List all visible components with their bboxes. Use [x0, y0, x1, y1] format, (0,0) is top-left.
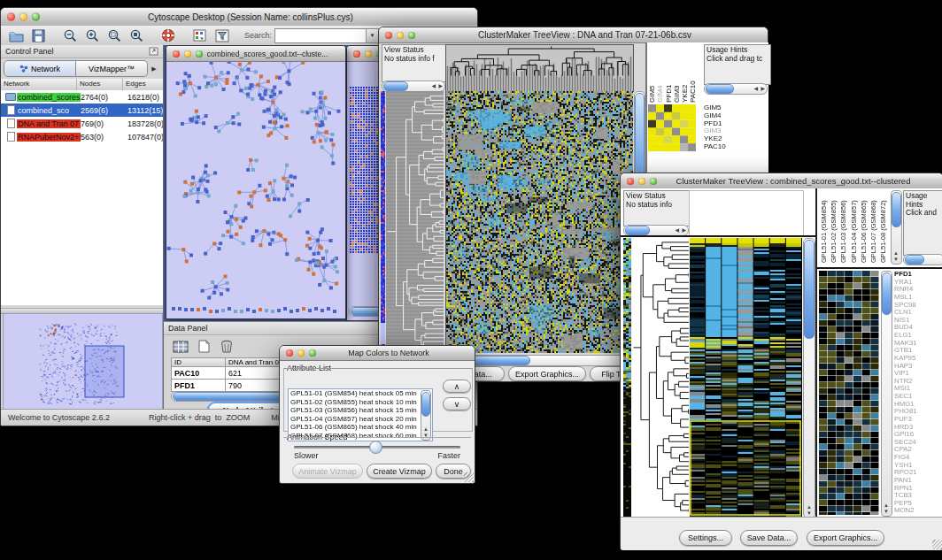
tv2-zoom-heatmap-canvas[interactable]	[819, 271, 879, 515]
help-button[interactable]	[158, 27, 178, 44]
tab-vizmapper[interactable]: VizMapper™	[76, 60, 148, 77]
network-node-count: 2569(6)	[81, 106, 127, 115]
close-button[interactable]	[286, 349, 293, 357]
attr-col-id[interactable]: ID	[171, 357, 226, 367]
attribute-list-item[interactable]: GPL51-06 (GSM865) heat shock 40 min	[289, 423, 432, 432]
network-tree-row[interactable]: RNAPuberNov2+!563(0)107847(0)	[1, 130, 163, 143]
minimize-button[interactable]	[297, 349, 305, 357]
dialog-titlebar[interactable]: Map Colors to Network	[280, 346, 475, 361]
animate-vizmap-button[interactable]: Animate Vizmap	[292, 464, 363, 479]
zoom-selected-button[interactable]	[104, 27, 124, 44]
search-combobox[interactable]: ▼	[274, 28, 379, 43]
network-table-header: Network Nodes Edges	[1, 79, 163, 91]
attribute-select-button[interactable]	[171, 338, 190, 355]
move-up-button[interactable]: ∧	[443, 380, 471, 393]
float-panel-icon[interactable]	[149, 47, 158, 56]
tv1-row-label[interactable]: PAC10	[704, 143, 726, 151]
tv2-vertical-scrollbar[interactable]: ▲▼	[803, 238, 815, 518]
column-header-edges[interactable]: Edges	[123, 79, 163, 90]
filter-tool-button[interactable]	[212, 27, 232, 44]
minimize-button[interactable]	[365, 50, 372, 58]
new-attribute-button[interactable]	[194, 338, 213, 355]
network-node-count: 769(0)	[81, 119, 127, 128]
attribute-list-item[interactable]: GPL51-03 (GSM856) heat shock 15 min	[289, 406, 432, 415]
tv2-hints-scrollbar[interactable]	[903, 254, 942, 265]
zoom-out-button[interactable]	[60, 27, 80, 44]
move-down-button[interactable]: ∨	[443, 397, 471, 410]
network-view-window: combined_scores_good.txt--cluste...	[166, 45, 346, 319]
birdseye-view-canvas[interactable]	[3, 313, 163, 412]
attribute-list-scrollbar[interactable]: ▲▼	[421, 390, 431, 441]
tv2-global-overview-strip[interactable]	[623, 238, 631, 517]
tab-overflow-button[interactable]: ▶	[148, 65, 160, 73]
minimize-button[interactable]	[19, 13, 27, 21]
vizmapper-tool-button[interactable]	[190, 27, 210, 44]
tv2-settings-button[interactable]: Settings...	[679, 530, 732, 546]
tv2-column-label[interactable]: GPL51-02 (GSM855)	[829, 190, 838, 263]
delete-attribute-button[interactable]	[217, 338, 236, 355]
close-button[interactable]	[7, 13, 15, 21]
minimize-button[interactable]	[184, 50, 191, 58]
tv1-export-graphics-button[interactable]: Export Graphics...	[508, 366, 586, 381]
network-canvas[interactable]	[166, 62, 344, 318]
search-dropdown-button[interactable]: ▼	[366, 29, 378, 42]
tv2-column-label[interactable]: GPL51-06 (GSM865)	[859, 190, 869, 263]
tv1-column-labels: GIM5GIM4PFD1GIM3YKE2PAC10	[648, 44, 699, 103]
column-header-nodes[interactable]: Nodes	[77, 79, 123, 90]
tv2-export-graphics-button[interactable]: Export Graphics...	[807, 530, 884, 546]
magnifier-fit-icon	[129, 28, 144, 43]
close-button[interactable]	[353, 50, 360, 58]
network-table-rows: combined_scores2764(0)16218(0)combined_s…	[1, 90, 163, 305]
tab-vizmapper-label: VizMapper™	[89, 65, 135, 73]
tv1-main-heatmap-canvas[interactable]	[445, 91, 633, 353]
tv1-column-label[interactable]: PFD1	[665, 44, 673, 103]
tv1-column-label[interactable]: GIM4	[656, 44, 664, 103]
close-button[interactable]	[385, 32, 392, 39]
attribute-list-item[interactable]: GPL51-01 (GSM854) heat shock 05 min	[289, 389, 432, 398]
network-tree-row[interactable]: DNA and Tran 07769(0)183728(0)	[1, 117, 163, 130]
tv1-hints-scrollbar[interactable]: ◀▶	[704, 83, 768, 95]
treeview1-titlebar[interactable]: ClusterMaker TreeView : DNA and Tran 07-…	[379, 27, 768, 43]
tv1-gene-dendrogram-canvas[interactable]	[386, 91, 444, 353]
attribute-list-item[interactable]: GPL51-04 (GSM857) heat shock 20 min	[289, 415, 432, 424]
treeview2-window: ClusterMaker TreeView : combined_scores_…	[620, 173, 942, 550]
tv1-array-dendrogram-canvas[interactable]	[445, 44, 634, 92]
tv1-global-overview-strip[interactable]	[381, 91, 385, 353]
tv2-gene-label[interactable]: MON2	[894, 507, 942, 515]
tv2-column-label[interactable]: GPL51-04 (GSM857)	[849, 190, 859, 263]
create-vizmap-button[interactable]: Create Vizmap	[367, 464, 432, 479]
tv1-column-label[interactable]: GIM5	[648, 44, 656, 103]
tv2-zoom-scrollbar[interactable]: ▲▼	[881, 271, 892, 517]
close-button[interactable]	[627, 178, 634, 185]
tv2-main-heatmap-canvas[interactable]	[690, 238, 802, 517]
minimize-button[interactable]	[397, 32, 404, 39]
tv1-similarity-matrix-canvas[interactable]	[648, 104, 696, 151]
tv2-column-labels-scrollbar[interactable]: ▲▼	[891, 190, 902, 265]
column-header-network[interactable]: Network	[1, 79, 77, 90]
dialog-resize-grip[interactable]	[464, 472, 474, 482]
network-tree-row[interactable]: combined_scores2764(0)16218(0)	[1, 90, 163, 104]
zoom-in-button[interactable]	[82, 27, 102, 44]
tv2-save-data-button[interactable]: Save Data...	[740, 530, 798, 546]
open-session-button[interactable]	[6, 27, 26, 44]
tv2-column-label[interactable]: GPL51-03 (GSM856)	[838, 190, 848, 263]
tv2-resize-grip[interactable]	[932, 540, 942, 549]
treeview2-titlebar[interactable]: ClusterMaker TreeView : combined_scores_…	[621, 173, 942, 189]
network-tree-row[interactable]: combined_sco2569(6)13112(15)	[1, 104, 163, 117]
tv2-column-label[interactable]: GPL51-01 (GSM854)	[819, 190, 829, 263]
attribute-list-item[interactable]: GPL51-02 (GSM855) heat shock 10 min	[289, 398, 432, 407]
animation-slider-thumb[interactable]	[369, 441, 382, 454]
tv2-gene-dendrogram-canvas[interactable]	[632, 238, 689, 517]
tv2-column-label[interactable]: GPL51-08 (GSM872)	[878, 190, 888, 263]
main-titlebar[interactable]: Cytoscape Desktop (Session Name: collins…	[1, 8, 477, 27]
network-name: combined_sco	[17, 106, 81, 115]
save-session-button[interactable]	[28, 27, 48, 44]
zoom-fit-button[interactable]	[127, 27, 146, 44]
tv1-column-label[interactable]: PAC10	[689, 44, 697, 103]
tv1-column-label[interactable]: GIM3	[673, 44, 681, 103]
network-view-titlebar[interactable]: combined_scores_good.txt--cluste...	[166, 46, 345, 62]
tv2-column-label[interactable]: GPL51-07 (GSM868)	[869, 190, 878, 263]
minimize-button[interactable]	[638, 178, 645, 185]
tab-network[interactable]: Network	[4, 60, 76, 77]
close-button[interactable]	[173, 50, 180, 58]
